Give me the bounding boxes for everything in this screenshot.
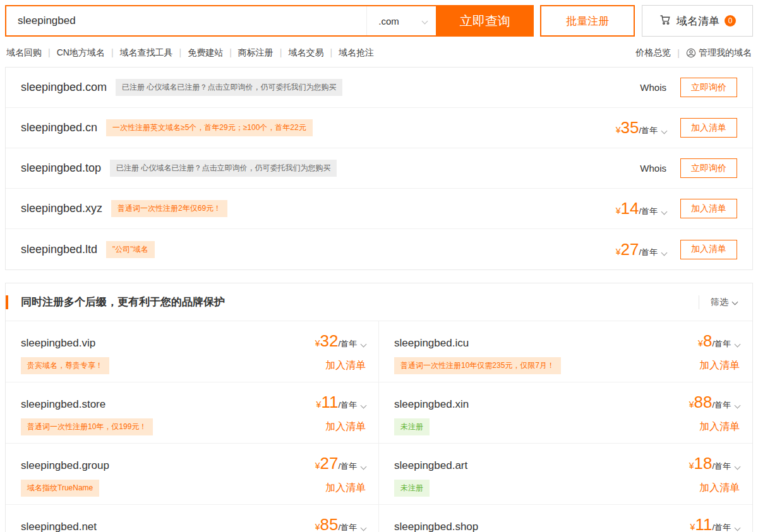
add-to-list-link[interactable]: 加入清单 (699, 482, 740, 495)
price-unit: /首年 (639, 125, 658, 136)
price-value: 14 (620, 200, 639, 216)
promo-tag: 普通词一次性注册10年，仅199元！ (21, 418, 153, 435)
inquire-button[interactable]: 立即询价 (680, 158, 737, 178)
price-dropdown[interactable]: ¥ 85 /首年 (315, 516, 366, 532)
status-tag: 未注册 (394, 480, 430, 497)
search-results-panel: sleepingbed.com 已注册 心仪域名已注册？点击立即询价，仍可委托我… (5, 67, 753, 270)
chevron-down-icon (361, 403, 367, 409)
nav-link-free-website[interactable]: 免费建站 (188, 47, 223, 57)
suggestion-cell-icu: sleepingbed.icu ¥ 8 /首年 普通词一次性注册10年仅需235… (379, 321, 752, 382)
currency-symbol: ¥ (616, 247, 621, 257)
currency-symbol: ¥ (698, 338, 703, 348)
currency-symbol: ¥ (315, 338, 320, 348)
add-to-list-link[interactable]: 加入清单 (325, 420, 366, 434)
search-bar: .com 立即查询 批量注册 域名清单 0 (5, 5, 753, 37)
chevron-down-icon (361, 341, 367, 348)
currency-symbol: ¥ (689, 399, 694, 410)
price-dropdown[interactable]: ¥ 88 /首年 (689, 394, 740, 411)
result-row-xyz: sleepingbed.xyz 普通词一次性注册2年仅69元！ ¥ 14 /首年… (6, 189, 752, 229)
chevron-down-icon (361, 464, 367, 470)
price-value: 88 (694, 394, 712, 410)
price-dropdown[interactable]: ¥ 11 /首年 (690, 516, 740, 532)
nav-link-cn-local[interactable]: CN地方域名 (57, 47, 105, 57)
filter-label: 筛选 (711, 297, 728, 308)
price-dropdown[interactable]: ¥ 27 /首年 (315, 455, 366, 472)
suggestion-cell-store: sleepingbed.store ¥ 11 /首年 普通词一次性注册10年，仅… (6, 382, 379, 444)
price-unit: /首年 (338, 399, 357, 411)
price-dropdown[interactable]: ¥ 27 /首年 (616, 241, 666, 258)
price-value: 27 (320, 455, 338, 471)
status-tag: 未注册 (394, 418, 430, 435)
nav-links: 域名回购|CN地方域名|域名查找工具|免费建站|商标注册|域名交易|域名抢注 (6, 47, 374, 59)
price-unit: /首年 (712, 522, 731, 532)
currency-symbol: ¥ (316, 399, 322, 410)
price-value: 27 (620, 241, 639, 257)
price-unit: /首年 (338, 338, 357, 350)
suggestion-cell-group: sleepingbed.group ¥ 27 /首年 域名指纹TrueName … (6, 444, 379, 505)
chevron-down-icon (735, 403, 741, 409)
domain-name: sleepingbed.xin (394, 398, 469, 411)
chevron-down-icon (735, 464, 741, 470)
add-to-list-button[interactable]: 加入清单 (680, 199, 737, 218)
nav-link-trademark[interactable]: 商标注册 (238, 47, 274, 57)
add-to-list-link[interactable]: 加入清单 (325, 359, 366, 372)
divider: | (229, 47, 232, 57)
domain-name: sleepingbed.shop (394, 521, 478, 532)
domain-name: sleepingbed.store (21, 398, 105, 411)
divider: | (111, 47, 114, 57)
suggestion-cell-net: sleepingbed.net ¥ 85 /首年 加入清单 (6, 505, 379, 532)
price-value: 11 (695, 516, 712, 532)
chevron-down-icon (735, 341, 741, 348)
price-value: 32 (320, 333, 338, 349)
price-overview-link[interactable]: 价格总览 (635, 47, 671, 59)
batch-register-button[interactable]: 批量注册 (540, 5, 635, 37)
promo-tag: 普通词一次性注册2年仅69元！ (111, 200, 227, 217)
whois-link[interactable]: Whois (640, 82, 666, 93)
divider: | (179, 47, 182, 57)
price-dropdown[interactable]: ¥ 32 /首年 (315, 333, 366, 350)
price-value: 35 (620, 119, 639, 136)
price-unit: /首年 (338, 461, 357, 472)
promo-tag: 贵宾域名，尊贵专享！ (21, 357, 109, 374)
domain-cart-button[interactable]: 域名清单 0 (642, 5, 753, 37)
add-to-list-button[interactable]: 加入清单 (680, 240, 737, 259)
filter-button[interactable]: 筛选 (699, 295, 737, 309)
chevron-down-icon (661, 209, 668, 215)
currency-symbol: ¥ (689, 461, 694, 471)
nav-link-domain-buyback[interactable]: 域名回购 (6, 47, 42, 57)
price-value: 18 (694, 455, 712, 471)
cart-icon (659, 13, 671, 29)
domain-search-input[interactable] (6, 6, 366, 35)
tld-selected-value: .com (378, 16, 399, 27)
domain-name: sleepingbed.group (21, 459, 109, 472)
nav-link-domain-backorder[interactable]: 域名抢注 (339, 47, 374, 57)
add-to-list-link[interactable]: 加入清单 (699, 359, 740, 372)
price-dropdown[interactable]: ¥ 11 /首年 (316, 394, 366, 411)
price-dropdown[interactable]: ¥ 8 /首年 (698, 333, 740, 350)
section-title: 同时注册多个后缀，更有利于您的品牌保护 (21, 295, 225, 309)
add-to-list-link[interactable]: 加入清单 (699, 420, 740, 434)
domain-name: sleepingbed.art (394, 459, 467, 472)
price-unit: /首年 (639, 206, 658, 217)
tld-select[interactable]: .com (366, 6, 437, 35)
chevron-down-icon (661, 249, 668, 256)
search-button[interactable]: 立即查询 (436, 5, 534, 37)
chevron-down-icon (732, 299, 738, 305)
suggestions-grid: sleepingbed.vip ¥ 32 /首年 贵宾域名，尊贵专享！ 加入清单… (6, 321, 752, 532)
add-to-list-button[interactable]: 加入清单 (680, 118, 737, 138)
currency-symbol: ¥ (315, 461, 320, 471)
manage-domains-link[interactable]: 管理我的域名 (699, 47, 752, 59)
domain-search-page: .com 立即查询 批量注册 域名清单 0 域名回购|CN地方域名|域名查找工具… (0, 0, 758, 532)
price-dropdown[interactable]: ¥ 35 /首年 (616, 119, 666, 136)
suggestion-cell-art: sleepingbed.art ¥ 18 /首年 未注册 加入清单 (379, 444, 752, 505)
inquire-button[interactable]: 立即询价 (680, 78, 737, 97)
accent-bar (6, 295, 8, 309)
add-to-list-link[interactable]: 加入清单 (325, 482, 366, 495)
divider: | (330, 47, 332, 57)
whois-link[interactable]: Whois (640, 163, 666, 174)
price-dropdown[interactable]: ¥ 18 /首年 (689, 455, 740, 472)
price-dropdown[interactable]: ¥ 14 /首年 (616, 200, 666, 217)
nav-link-domain-tools[interactable]: 域名查找工具 (120, 47, 173, 57)
currency-symbol: ¥ (616, 125, 621, 135)
nav-link-domain-trade[interactable]: 域名交易 (288, 47, 323, 57)
